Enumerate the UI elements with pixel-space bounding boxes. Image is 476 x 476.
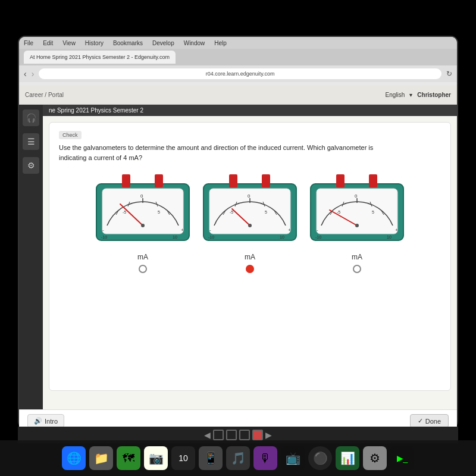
galvanometer-3-svg: - + 0 -10 10 -5 5 — [309, 172, 405, 249]
menu-window[interactable]: Window — [184, 40, 205, 46]
svg-point-59 — [355, 224, 359, 227]
menu-develop[interactable]: Develop — [152, 40, 174, 46]
sidebar: 🎧 ☰ ⚙ — [19, 105, 43, 409]
svg-rect-21 — [229, 174, 237, 187]
galvanometer-2-radio[interactable] — [246, 265, 254, 273]
svg-text:0: 0 — [355, 193, 358, 199]
language-selector[interactable]: English — [386, 92, 405, 98]
galvanometer-1: - + 0 -10 10 -5 5 mA — [95, 172, 190, 273]
taskbar-square-4[interactable] — [252, 430, 263, 440]
taskbar-square-3[interactable] — [239, 430, 250, 440]
taskbar-left-arrow[interactable]: ◀ — [204, 430, 211, 440]
top-nav-right: English ▾ Christopher — [386, 92, 451, 98]
menu-history[interactable]: History — [85, 40, 104, 46]
tab-bar: At Home Spring 2021 Physics Semester 2 -… — [19, 49, 457, 65]
menu-file[interactable]: File — [24, 40, 33, 46]
question-header: Check — [59, 131, 441, 139]
dock-icon-dark[interactable]: ⚫ — [308, 446, 332, 470]
dock-icon-music[interactable]: 🎵 — [226, 446, 250, 470]
done-button[interactable]: ✓ Done — [410, 414, 449, 428]
galvanometer-1-radio[interactable] — [139, 265, 147, 273]
svg-text:-10: -10 — [208, 235, 214, 239]
dock-icon-finder[interactable]: 🌐 — [62, 446, 86, 470]
course-title: ne Spring 2021 Physics Semester 2 — [49, 107, 143, 114]
galvanometer-1-svg: - + 0 -10 10 -5 5 — [95, 172, 190, 249]
svg-text:10: 10 — [173, 235, 177, 239]
intro-label: Intro — [45, 418, 58, 425]
taskbar-right-arrow[interactable]: ▶ — [265, 430, 272, 440]
dock-icon-charts[interactable]: 📊 — [336, 446, 359, 470]
dock-icon-podcast[interactable]: 🎙 — [253, 446, 277, 470]
sidebar-icon-gear[interactable]: ⚙ — [23, 157, 39, 174]
dock-icon-tv[interactable]: 📺 — [281, 446, 305, 470]
svg-text:-10: -10 — [101, 235, 107, 239]
main-content: ne Spring 2021 Physics Semester 2 Check … — [43, 105, 457, 409]
tab-label: At Home Spring 2021 Physics Semester 2 -… — [30, 54, 170, 60]
svg-text:-10: -10 — [315, 235, 321, 239]
svg-text:-5: -5 — [337, 210, 340, 214]
menu-bar: File Edit View History Bookmarks Develop… — [19, 37, 457, 49]
check-label: Check — [59, 131, 82, 139]
taskbar-square-1[interactable] — [213, 430, 224, 440]
dock-icon-maps[interactable]: 🗺 — [117, 446, 140, 470]
galvanometer-1-label: mA — [137, 253, 148, 261]
menu-view[interactable]: View — [62, 40, 76, 46]
dock-icon-terminal[interactable]: ▶_ — [390, 446, 414, 470]
address-bar[interactable]: r04.core.learn.edgenuity.com — [39, 68, 441, 79]
svg-text:10: 10 — [387, 235, 392, 239]
galvanometer-3-radio-container[interactable] — [353, 265, 361, 273]
speaker-icon: 🔊 — [34, 417, 42, 425]
active-tab[interactable]: At Home Spring 2021 Physics Semester 2 -… — [24, 51, 176, 64]
back-icon[interactable]: ‹ — [24, 69, 27, 79]
dock-icon-photos[interactable]: 📷 — [144, 446, 168, 470]
svg-point-19 — [141, 224, 145, 227]
laptop-screen: File Edit View History Bookmarks Develop… — [18, 36, 458, 428]
sidebar-icon-list[interactable]: ☰ — [23, 133, 39, 150]
svg-text:-5: -5 — [123, 210, 126, 214]
intro-button[interactable]: 🔊 Intro — [27, 414, 64, 428]
menu-bookmarks[interactable]: Bookmarks — [113, 40, 143, 46]
forward-icon[interactable]: › — [32, 69, 35, 79]
language-chevron-icon: ▾ — [409, 92, 412, 98]
dock-icon-apps[interactable]: 📱 — [199, 446, 223, 470]
galvanometer-2-radio-container[interactable] — [246, 265, 254, 273]
svg-point-39 — [248, 224, 252, 227]
menu-help[interactable]: Help — [214, 40, 227, 46]
svg-text:-5: -5 — [230, 210, 233, 214]
taskbar-square-2[interactable] — [226, 430, 237, 440]
galvanometer-2-svg: - + 0 -10 10 -5 5 — [202, 172, 298, 249]
checkmark-icon: ✓ — [418, 417, 423, 425]
svg-text:+: + — [181, 227, 184, 233]
question-container: Check Use the galvanometers to determine… — [49, 122, 451, 391]
refresh-icon[interactable]: ↻ — [446, 70, 452, 78]
content-area: 🎧 ☰ ⚙ ne Spring 2021 Physics Semester 2 … — [19, 105, 457, 409]
svg-text:-: - — [317, 227, 318, 233]
sidebar-icon-headphones[interactable]: 🎧 — [23, 109, 39, 126]
galvanometer-2: - + 0 -10 10 -5 5 mA — [202, 172, 298, 273]
galvanometer-3-radio[interactable] — [353, 265, 361, 273]
url-text: r04.core.learn.edgenuity.com — [206, 71, 275, 77]
galvanometer-grid: - + 0 -10 10 -5 5 mA — [59, 172, 441, 273]
svg-text:-: - — [102, 227, 104, 233]
top-nav: Career / Portal English ▾ Christopher — [19, 86, 457, 105]
address-bar-row: ‹ › r04.core.learn.edgenuity.com ↻ — [19, 65, 457, 82]
dock: 🌐 📁 🗺 📷 10 📱 🎵 🎙 📺 ⚫ 📊 ⚙ ▶_ — [0, 440, 476, 476]
course-header: ne Spring 2021 Physics Semester 2 — [43, 105, 457, 116]
svg-text:+: + — [395, 227, 398, 233]
dock-icon-system[interactable]: ⚙ — [363, 446, 387, 470]
svg-text:5: 5 — [158, 210, 160, 214]
svg-text:-: - — [209, 227, 211, 233]
question-line2: indicating a current of 4 mA? — [59, 154, 142, 161]
svg-text:+: + — [288, 227, 291, 233]
galvanometer-2-label: mA — [245, 253, 255, 261]
question-line1: Use the galvanometers to determine the a… — [59, 144, 373, 151]
dock-icon-files[interactable]: 📁 — [89, 446, 113, 470]
galvanometer-3-label: mA — [352, 253, 362, 261]
dock-icon-10[interactable]: 10 — [171, 446, 195, 470]
galvanometer-1-radio-container[interactable] — [139, 265, 147, 273]
svg-rect-1 — [122, 174, 130, 187]
menu-edit[interactable]: Edit — [43, 40, 53, 46]
username-label: Christopher — [417, 92, 451, 98]
question-text: Use the galvanometers to determine the a… — [59, 143, 441, 162]
svg-text:5: 5 — [372, 210, 374, 214]
